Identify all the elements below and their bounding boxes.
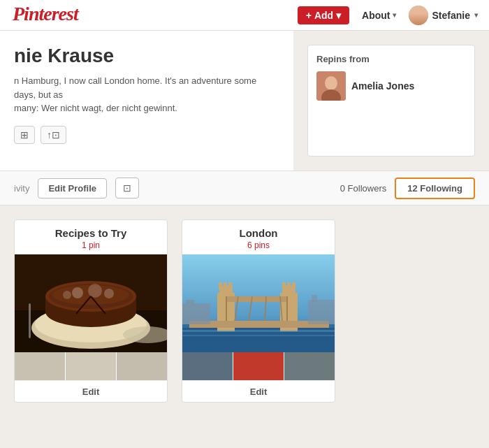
- user-avatar: [409, 6, 428, 25]
- london-thumb-2: [233, 352, 284, 380]
- svg-rect-45: [186, 300, 194, 303]
- svg-rect-31: [282, 282, 286, 289]
- board-thumb-3: [117, 352, 167, 380]
- add-label: Add: [314, 10, 333, 21]
- svg-rect-28: [228, 282, 232, 289]
- following-button[interactable]: 12 Following: [395, 178, 475, 199]
- board-thumb-1: [15, 352, 66, 380]
- share-icon: ↑⊡: [47, 129, 60, 140]
- board-thumbnails-london: [182, 352, 335, 380]
- board-pin-count-london: 6 pins: [182, 240, 335, 250]
- repin-user-row: Amelia Jones: [316, 71, 466, 101]
- pinterest-logo[interactable]: Pinterest: [11, 1, 95, 29]
- avatar-image: [409, 6, 428, 25]
- following-count: 12: [407, 183, 417, 194]
- user-caret-icon: ▾: [474, 11, 478, 19]
- board-card-london: London 6 pins: [182, 219, 335, 403]
- add-icon: +: [306, 10, 312, 21]
- about-button[interactable]: About ▾: [362, 10, 395, 21]
- about-label: About: [362, 10, 390, 21]
- board-thumb-2: [66, 352, 117, 380]
- user-menu-button[interactable]: Stefanie ▾: [409, 6, 478, 25]
- repins-area: Repins from Amelia Jones: [293, 31, 489, 171]
- board-title-recipes[interactable]: Recipes to Try: [15, 220, 167, 240]
- london-thumb-3: [284, 352, 335, 380]
- repin-user-name[interactable]: Amelia Jones: [351, 80, 414, 92]
- edit-profile-button[interactable]: Edit Profile: [38, 178, 107, 198]
- board-pin-count-recipes: 1 pin: [15, 240, 167, 250]
- about-caret-icon: ▾: [393, 11, 396, 19]
- svg-rect-47: [312, 295, 317, 302]
- grid-plus-icon: ⊞: [20, 129, 29, 140]
- add-caret-icon: ▾: [336, 10, 341, 21]
- svg-rect-27: [224, 282, 227, 289]
- svg-rect-33: [292, 282, 295, 289]
- add-board-icon-btn[interactable]: ⊞: [14, 126, 35, 144]
- svg-rect-44: [182, 303, 210, 324]
- svg-rect-42: [182, 330, 335, 332]
- svg-rect-32: [287, 282, 291, 289]
- board-edit-button-london[interactable]: Edit: [250, 386, 268, 397]
- profile-name: nie Krause: [14, 45, 279, 67]
- svg-rect-43: [182, 335, 335, 336]
- board-title-london[interactable]: London: [182, 220, 335, 240]
- profile-row: nie Krause n Hamburg, I now call London …: [0, 31, 489, 171]
- profile-section: nie Krause n Hamburg, I now call London …: [0, 31, 293, 171]
- add-button[interactable]: + Add ▾: [298, 6, 349, 24]
- activity-right-group: 0 Followers 12 Following: [340, 178, 475, 199]
- share-icon-btn[interactable]: ↑⊡: [41, 126, 66, 144]
- activity-bar: ivity Edit Profile ⊡ 0 Followers 12 Foll…: [0, 171, 489, 205]
- svg-point-15: [104, 289, 114, 298]
- board-main-image-london[interactable]: [182, 254, 335, 352]
- username-label: Stefanie: [432, 10, 470, 21]
- cake-image: [15, 254, 167, 352]
- boards-area: Recipes to Try 1 pin: [0, 205, 489, 417]
- board-edit-button-recipes[interactable]: Edit: [82, 386, 100, 397]
- svg-point-2: [325, 76, 337, 90]
- nav-right-group: + Add ▾ About ▾ Stefanie ▾: [298, 6, 478, 25]
- svg-point-14: [88, 284, 102, 298]
- bio-line2: many: Wer nicht wagt, der nicht gewinnt.: [14, 103, 177, 113]
- repins-title: Repins from: [316, 54, 466, 64]
- board-thumbnails-recipes: [15, 352, 167, 380]
- bio-line1: n Hamburg, I now call London home. It's …: [14, 75, 256, 100]
- widget-icon: ⊡: [123, 182, 131, 194]
- activity-left-group: ivity Edit Profile ⊡: [14, 178, 139, 198]
- activity-label: ivity: [14, 183, 29, 194]
- board-card-recipes: Recipes to Try 1 pin: [14, 219, 168, 403]
- repins-panel: Repins from Amelia Jones: [307, 45, 475, 157]
- svg-text:Pinterest: Pinterest: [12, 3, 80, 24]
- london-thumb-1: [182, 352, 233, 380]
- repin-user-avatar: [316, 71, 346, 101]
- svg-rect-20: [29, 303, 31, 338]
- board-edit-bar-recipes: Edit: [15, 380, 167, 402]
- svg-point-13: [72, 287, 83, 298]
- profile-action-icons: ⊞ ↑⊡: [14, 126, 279, 144]
- svg-rect-34: [226, 296, 288, 302]
- board-main-image-recipes[interactable]: [15, 254, 167, 352]
- svg-rect-46: [308, 300, 335, 324]
- following-label: Following: [420, 183, 462, 194]
- svg-point-16: [63, 291, 71, 299]
- board-edit-bar-london: Edit: [182, 380, 335, 402]
- profile-bio: n Hamburg, I now call London home. It's …: [14, 74, 279, 115]
- svg-rect-26: [219, 282, 222, 289]
- top-navigation: Pinterest + Add ▾ About ▾ Stefanie ▾: [0, 0, 489, 31]
- widget-icon-button[interactable]: ⊡: [115, 178, 139, 198]
- followers-link[interactable]: 0 Followers: [340, 183, 386, 194]
